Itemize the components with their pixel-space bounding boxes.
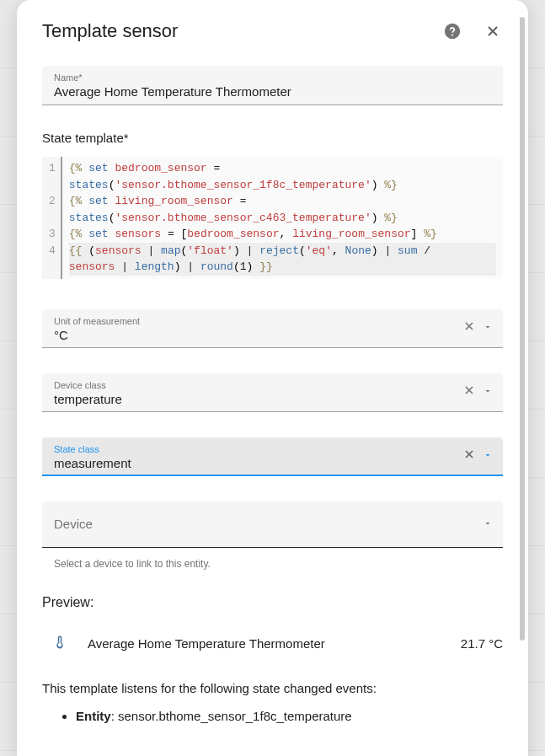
help-icon[interactable] (442, 21, 462, 41)
chevron-down-icon[interactable] (483, 448, 493, 464)
name-input[interactable] (54, 84, 491, 99)
state-class-value: measurement (54, 456, 491, 470)
name-label: Name* (54, 72, 491, 83)
list-item: Entity: sensor.bthome_sensor_1f8c_temper… (76, 709, 503, 723)
template-sensor-modal: Template sensor Name* State template* 1 … (17, 0, 528, 756)
modal-title: Template sensor (42, 20, 178, 42)
state-class-label: State class (54, 444, 491, 454)
header-actions (442, 21, 503, 41)
state-template-label: State template* (42, 131, 503, 145)
chevron-down-icon[interactable] (483, 320, 493, 335)
name-field[interactable]: Name* (42, 66, 503, 105)
modal-header: Template sensor (42, 20, 503, 42)
preview-row: Average Home Temperature Thermometer 21.… (42, 630, 503, 657)
close-icon[interactable] (483, 21, 503, 41)
thermometer-icon (52, 630, 67, 657)
state-class-field[interactable]: State class measurement (42, 437, 503, 476)
device-helper-text: Select a device to link to this entity. (54, 558, 503, 570)
preview-entity-name: Average Home Temperature Thermometer (88, 636, 441, 651)
unit-value: °C (54, 328, 491, 342)
clear-icon[interactable] (462, 448, 476, 464)
state-template-editor[interactable]: 1 2 34 {% set bedroom_sensor = states('s… (42, 157, 503, 279)
clear-icon[interactable] (462, 319, 476, 336)
preview-entity-value: 21.7 °C (461, 636, 503, 651)
scrollbar[interactable] (520, 17, 525, 641)
device-class-value: temperature (54, 392, 491, 406)
chevron-down-icon[interactable] (483, 517, 493, 532)
code-content[interactable]: {% set bedroom_sensor = states('sensor.b… (62, 157, 503, 279)
unit-field[interactable]: Unit of measurement °C (42, 309, 503, 348)
entity-list: Entity: sensor.bthome_sensor_1f8c_temper… (76, 709, 503, 723)
device-class-field[interactable]: Device class temperature (42, 373, 503, 412)
svg-point-0 (445, 24, 460, 39)
device-field[interactable]: Device (42, 501, 503, 548)
device-label: Device (54, 517, 93, 531)
clear-icon[interactable] (462, 383, 476, 400)
preview-label: Preview: (42, 595, 503, 610)
unit-label: Unit of measurement (54, 316, 491, 326)
listen-events-text: This template listens for the following … (42, 681, 503, 695)
chevron-down-icon[interactable] (483, 384, 493, 399)
code-gutter: 1 2 34 (42, 157, 62, 279)
device-class-label: Device class (54, 380, 491, 390)
